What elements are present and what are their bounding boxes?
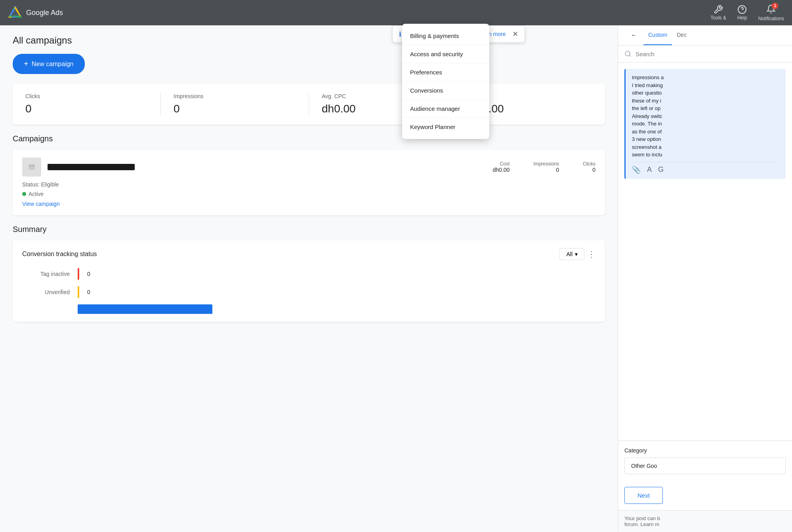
category-section: Category Other Goo [618,441,792,481]
help-icon [737,5,747,14]
chat-bubble: impressions a I tried making other quest… [624,69,786,179]
campaign-impressions: Impressions 0 [533,161,559,173]
format-text-icon[interactable]: A [647,165,652,174]
dropdown-keyword-planner[interactable]: Keyword Planner [402,118,489,136]
filter-all-button[interactable]: All ▾ [559,248,584,260]
top-navigation: Google Ads Tools & Help 1 [0,0,792,25]
main-content: All campaigns + New campaign Clicks 0 Im… [0,25,618,532]
help-button[interactable]: Help [737,5,747,21]
dropdown-preferences[interactable]: Preferences [402,63,489,82]
search-row [618,46,792,63]
chat-content: impressions a I tried making other quest… [618,63,792,441]
help-label: Help [737,15,747,21]
tab-custom[interactable]: Custom [643,25,672,45]
dropdown-billing-payments[interactable]: Billing & payments [402,27,489,45]
svg-rect-9 [29,164,35,170]
google-ads-logo-icon [8,6,22,20]
stat-clicks: Clicks 0 [13,93,161,115]
main-layout: All campaigns + New campaign Clicks 0 Im… [0,25,792,532]
search-icon [624,50,632,57]
campaign-thumb-icon [28,163,36,171]
category-label: Category [624,447,786,454]
svg-line-12 [629,55,630,56]
summary-section-title: Summary [13,225,605,234]
close-banner-button[interactable]: ✕ [512,30,518,38]
campaign-impressions-value: 0 [533,167,559,173]
tag-inactive-label: Tag inactive [22,271,70,277]
view-campaign-link[interactable]: View campaign [22,201,60,207]
campaign-card: Cost dh0.00 Impressions 0 Clicks 0 Statu… [13,150,605,215]
tag-inactive-value: 0 [87,271,90,277]
dropdown-audience-manager[interactable]: Audience manager [402,100,489,118]
unverified-value: 0 [87,289,90,295]
active-status-dot [22,192,26,196]
category-select[interactable]: Other Goo [624,458,786,474]
summary-card-header: Conversion tracking status All ▾ ⋮ [22,248,595,260]
new-campaign-button[interactable]: + New campaign [13,54,85,74]
dropdown-conversions[interactable]: Conversions [402,82,489,100]
campaigns-section-title: Campaigns [13,134,605,143]
tracking-row-inactive: Tag inactive 0 [22,268,595,280]
next-button[interactable]: Next [624,487,663,504]
tools-icon [714,5,723,14]
campaign-impressions-label: Impressions [533,161,559,167]
tools-label: Tools & [711,15,726,21]
clicks-label: Clicks [25,93,148,99]
campaign-cost: Cost dh0.00 [492,161,510,173]
impressions-label: Impressions [174,93,296,99]
svg-marker-3 [10,8,21,16]
search-input[interactable] [636,51,786,57]
tools-dropdown-menu: Billing & payments Access and security P… [402,24,489,139]
plus-icon: + [24,59,29,68]
stats-bar: Clicks 0 Impressions 0 Avg. CPC dh0.00 C… [13,84,605,125]
chevron-down-icon: ▾ [575,251,578,257]
notifications-button[interactable]: 1 Notifications [758,4,784,21]
emoji-icon[interactable]: G [658,165,664,174]
svg-point-11 [625,51,630,56]
topnav-actions: Tools & Help 1 Notifications [711,4,784,21]
stat-impressions: Impressions 0 [161,93,309,115]
tag-inactive-bar [78,268,79,280]
campaign-clicks-label: Clicks [583,161,595,167]
more-options-button[interactable]: ⋮ [588,249,595,259]
filter-label: All [566,251,573,257]
tab-dec[interactable]: Dec [672,25,691,45]
status-value: Eligible [41,181,59,188]
dropdown-access-security[interactable]: Access and security [402,45,489,63]
campaign-row: Cost dh0.00 Impressions 0 Clicks 0 [22,158,595,177]
notifications-label: Notifications [758,16,784,21]
campaign-cost-label: Cost [492,161,510,167]
back-button[interactable]: ← [624,25,643,45]
app-logo[interactable]: Google Ads [8,6,63,20]
new-campaign-label: New campaign [32,61,74,68]
right-panel-tabs: ← Custom Dec [618,25,792,46]
impressions-value: 0 [174,103,296,115]
chat-text: impressions a I tried making other quest… [632,74,664,158]
campaign-thumbnail [22,158,41,177]
tracking-row-unverified: Unverified 0 [22,286,595,298]
unverified-bar [78,286,79,298]
campaign-active-status: Active [22,191,595,197]
summary-card: Conversion tracking status All ▾ ⋮ Tag i… [13,240,605,322]
campaign-cost-value: dh0.00 [492,167,510,173]
active-label: Active [29,191,44,197]
campaign-clicks: Clicks 0 [583,161,595,173]
status-label: Status: [22,181,40,188]
chat-toolbar: 📎 A G [632,162,779,174]
app-name: Google Ads [26,9,63,17]
campaign-clicks-value: 0 [583,167,595,173]
info-icon: ℹ [399,30,401,38]
attach-icon[interactable]: 📎 [632,165,641,174]
conversion-tracking-title: Conversion tracking status [22,251,97,258]
unverified-label: Unverified [22,289,70,295]
campaign-name [48,164,135,170]
tools-button[interactable]: Tools & [711,5,726,21]
campaign-status-text: Status: Eligible [22,181,59,188]
right-panel: ← Custom Dec impressions a I tried makin… [618,25,792,532]
notification-badge: 1 [772,3,778,9]
clicks-value: 0 [25,103,148,115]
forum-note: Your post can b forum. Learn m [618,510,792,532]
active-bar [78,304,212,314]
campaign-stats: Cost dh0.00 Impressions 0 Clicks 0 [492,161,595,173]
